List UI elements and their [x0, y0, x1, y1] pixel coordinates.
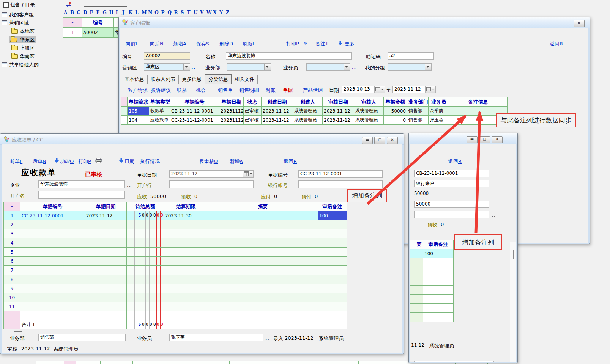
col-header-dept[interactable]: 业务部门: [407, 97, 429, 107]
alphabet-letter[interactable]: B: [70, 10, 77, 15]
col-header-creator[interactable]: 创建人: [293, 97, 323, 107]
save-button[interactable]: 保存S: [196, 41, 209, 47]
close-button[interactable]: ✕: [574, 20, 585, 27]
alphabet-letter[interactable]: H: [109, 10, 116, 15]
alphabet-letter[interactable]: O: [154, 10, 161, 15]
amount-field[interactable]: 50000: [414, 201, 489, 208]
scroll-thumb[interactable]: [513, 250, 514, 259]
down-arrow-icon[interactable]: [338, 41, 342, 46]
more-button[interactable]: 更多: [345, 41, 355, 47]
note-field[interactable]: [414, 361, 494, 362]
down-arrow-icon[interactable]: [119, 158, 123, 163]
tab-basic-info[interactable]: 基本信息: [121, 75, 148, 84]
alphabet-letter[interactable]: G: [103, 10, 109, 15]
col-header-doc-date[interactable]: 单据日期: [85, 202, 127, 211]
back-button[interactable]: 返回R: [284, 158, 297, 165]
link-documents-active[interactable]: 单据: [283, 87, 293, 94]
row-number[interactable]: 1: [63, 28, 82, 38]
col-header-create-date[interactable]: 创建日期: [262, 97, 293, 107]
link-reconciliation[interactable]: 对账: [266, 87, 276, 94]
alphabet-letter[interactable]: M: [142, 10, 148, 15]
next-doc-button[interactable]: 后单N: [33, 158, 46, 165]
salesman-lookup-dots[interactable]: ..: [352, 65, 356, 70]
row-selector-header[interactable]: -: [121, 97, 128, 107]
function-menu-button[interactable]: 功能O: [60, 158, 74, 165]
date-menu-button[interactable]: 日期: [125, 158, 134, 165]
chevrons-more-icon[interactable]: »: [303, 39, 307, 47]
window-titlebar[interactable]: 应收款单 / CC ▬ ▢ ✕: [0, 134, 404, 145]
col-header-post-audit-note[interactable]: 审后备注: [318, 202, 347, 211]
window-titlebar[interactable]: 客户编辑 ✕: [119, 17, 590, 28]
print-button[interactable]: 打印P: [78, 158, 91, 165]
sidebar-item-south-china[interactable]: 华南区: [0, 52, 63, 60]
close-button[interactable]: ✕: [387, 137, 398, 144]
alphabet-letter[interactable]: Q: [168, 10, 174, 15]
vertical-scroll-strip[interactable]: [510, 242, 516, 362]
link-opportunity[interactable]: 机会: [196, 87, 206, 94]
prev-button[interactable]: 向前L: [126, 41, 138, 47]
sidebar-item-shanghai[interactable]: 上海区: [0, 44, 63, 52]
alphabet-letter[interactable]: F: [96, 10, 102, 15]
window-titlebar[interactable]: ▬ ▢ ✕: [409, 133, 517, 144]
salesman-dropdown[interactable]: [306, 63, 350, 71]
tab-more-info[interactable]: 更多信息: [179, 75, 205, 84]
dept-dropdown[interactable]: [227, 63, 271, 71]
include-subdir-checkbox[interactable]: [3, 2, 9, 8]
account-field[interactable]: [298, 180, 383, 188]
col-header-doc-type[interactable]: 单据类型: [149, 97, 170, 107]
col-header-doc-serial[interactable]: 单据流水: [128, 97, 149, 107]
col-header-audit-date[interactable]: 审核日期: [323, 97, 354, 107]
add-button[interactable]: 新增A: [173, 41, 186, 47]
alphabet-letter[interactable]: C: [77, 10, 83, 15]
alphabet-letter[interactable]: K: [129, 10, 135, 15]
region-lookup-dots[interactable]: ..: [191, 65, 195, 70]
row-selector-header[interactable]: -: [4, 202, 20, 211]
post-audit-note-cell-selected[interactable]: 100: [318, 211, 347, 220]
refresh-button[interactable]: 刷新F: [243, 41, 255, 47]
unaudit-button[interactable]: 反审核U: [199, 158, 218, 165]
dropdown-button[interactable]: [264, 64, 271, 70]
mnemonic-field[interactable]: a2: [388, 52, 434, 60]
code-field[interactable]: A0002: [144, 52, 190, 60]
maximize-button[interactable]: ▢: [479, 136, 490, 143]
amount-cell[interactable]: 5000000: [127, 211, 164, 220]
alphabet-letter[interactable]: P: [161, 10, 167, 15]
col-header-doc-code[interactable]: 单据编号: [170, 97, 219, 107]
sidebar-item-marketing-region[interactable]: 营销区域: [0, 19, 63, 27]
splitter-handle[interactable]: [14, 331, 22, 332]
company-field[interactable]: 华东捷波装饰: [38, 180, 125, 188]
col-header-summary[interactable]: 摘要: [208, 202, 318, 211]
alphabet-letter[interactable]: S: [181, 10, 187, 15]
post-audit-note-cell[interactable]: 100: [423, 249, 454, 258]
add-button-clipped[interactable]: 新增A: [410, 158, 410, 165]
alphabet-letter[interactable]: Y: [219, 10, 226, 15]
alphabet-letter[interactable]: N: [148, 10, 154, 15]
tab-contact-list[interactable]: 联系人列表: [148, 75, 179, 84]
doc-code-cell[interactable]: CC-23-11-12-0001: [20, 211, 85, 220]
dropdown-button[interactable]: [183, 64, 190, 70]
link-complaint-suggestion[interactable]: 投诉建议: [151, 87, 171, 94]
link-sales-order[interactable]: 销售单: [218, 87, 233, 94]
close-button[interactable]: ✕: [492, 136, 503, 143]
note-button[interactable]: 备注T: [315, 41, 328, 47]
alphabet-letter[interactable]: X: [213, 10, 219, 15]
alphabet-letter[interactable]: E: [90, 10, 96, 15]
print-button[interactable]: 打印P: [286, 41, 299, 47]
alphabet-letter[interactable]: L: [135, 10, 142, 15]
sidebar-item-local-region[interactable]: 本地区: [0, 27, 63, 35]
link-contact[interactable]: 联系: [177, 87, 187, 94]
next-button[interactable]: 向后N: [150, 41, 164, 47]
dept-field[interactable]: 销售部: [38, 334, 126, 341]
alphabet-letter[interactable]: W: [206, 10, 213, 15]
salesman-field[interactable]: 张玉英: [169, 334, 263, 341]
doc-code-field[interactable]: CC-23-11-12-0001: [298, 170, 383, 178]
alphabet-letter[interactable]: A: [64, 10, 70, 15]
minimize-button[interactable]: ▬: [362, 137, 373, 144]
tab-related-files[interactable]: 相关文件: [232, 75, 258, 84]
name-field[interactable]: 华东捷波装饰: [226, 52, 352, 60]
col-header-note-info[interactable]: 备注信息: [449, 97, 508, 107]
doc-code-field[interactable]: CB-23-11-12-0001: [414, 170, 489, 177]
alphabet-letter[interactable]: U: [194, 10, 200, 15]
row-selector-header[interactable]: -: [63, 18, 82, 28]
delete-button[interactable]: 删除D: [219, 41, 233, 47]
